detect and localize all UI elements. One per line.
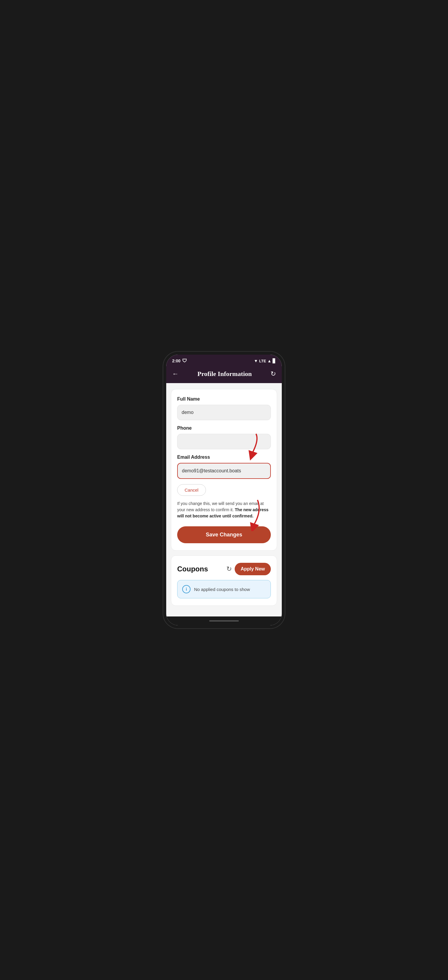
coupons-actions: ↻ Apply New	[226, 563, 271, 575]
cancel-button-wrapper: Cancel	[177, 484, 271, 501]
home-bar	[209, 620, 239, 622]
profile-card: Full Name Phone Email Address	[171, 389, 277, 550]
full-name-field-group: Full Name	[177, 396, 271, 425]
phone-label: Phone	[177, 425, 271, 431]
refresh-button[interactable]: ↻	[270, 370, 276, 378]
status-left: 2:00 🛡	[172, 358, 187, 364]
coupons-title: Coupons	[177, 565, 208, 573]
email-field-group: Email Address	[177, 455, 271, 484]
email-label: Email Address	[177, 455, 271, 460]
coupons-refresh-icon[interactable]: ↻	[226, 565, 232, 573]
coupon-empty-state: i No applied coupons to show	[177, 580, 271, 598]
email-change-info: If you change this, we will send you an …	[177, 501, 271, 519]
coupon-empty-text: No applied coupons to show	[194, 587, 250, 592]
shield-icon: 🛡	[182, 358, 187, 364]
info-circle-icon: i	[182, 585, 191, 593]
home-indicator	[166, 616, 282, 625]
main-content: Full Name Phone Email Address	[166, 383, 282, 616]
lte-label: LTE	[259, 359, 266, 363]
status-right: ▼ LTE ▲ ▊	[254, 358, 276, 363]
app-header: ← Profile Information ↻	[166, 366, 282, 383]
time-display: 2:00	[172, 358, 180, 363]
save-changes-button[interactable]: Save Changes	[177, 526, 271, 543]
phone-field-group: Phone	[177, 425, 271, 455]
page-title: Profile Information	[197, 370, 252, 378]
email-input[interactable]	[177, 463, 271, 479]
status-bar: 2:00 🛡 ▼ LTE ▲ ▊	[166, 355, 282, 366]
phone-frame: 2:00 🛡 ▼ LTE ▲ ▊ ← Profile Information ↻…	[166, 355, 282, 625]
wifi-icon: ▼	[254, 358, 258, 363]
apply-new-button[interactable]: Apply New	[235, 563, 271, 575]
signal-icon: ▲	[267, 358, 272, 363]
full-name-label: Full Name	[177, 396, 271, 402]
coupons-card: Coupons ↻ Apply New i No applied coupons…	[171, 555, 277, 606]
cancel-button[interactable]: Cancel	[177, 484, 206, 496]
coupons-header: Coupons ↻ Apply New	[177, 563, 271, 575]
save-button-wrapper: Save Changes	[177, 525, 271, 543]
battery-icon: ▊	[273, 358, 276, 363]
full-name-input[interactable]	[177, 405, 271, 420]
back-button[interactable]: ←	[172, 370, 179, 378]
phone-input[interactable]	[177, 434, 271, 449]
